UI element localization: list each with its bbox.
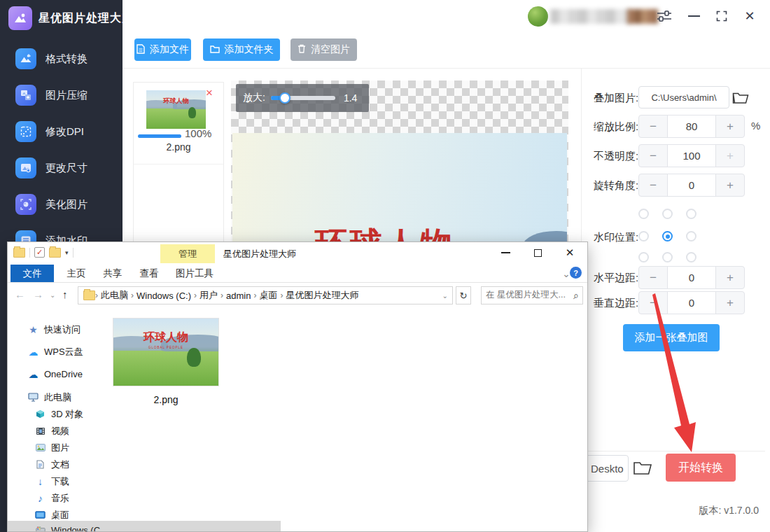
add-file-button[interactable]: 添加文件 (134, 38, 191, 61)
position-radio-0[interactable] (638, 209, 649, 219)
sidebar-item-beautify[interactable]: 美化图片 (0, 186, 122, 223)
breadcrumb[interactable]: › 此电脑 › Windows (C:) › 用户 › admin › 桌面 ›… (78, 286, 453, 304)
breadcrumb-item[interactable]: 此电脑 (101, 289, 128, 302)
tab-picture-tools[interactable]: 图片工具 (163, 265, 226, 282)
search-input[interactable] (482, 287, 568, 302)
nav-item-downloads[interactable]: ↓ 下载 (34, 473, 69, 489)
nav-label: 视频 (51, 425, 69, 438)
h-margin-minus-button[interactable]: − (639, 267, 667, 288)
sidebar-item-resize[interactable]: 更改尺寸 (0, 150, 122, 186)
rotation-value[interactable]: 0 (667, 174, 716, 196)
sidebar-item-compress[interactable]: 图片压缩 (0, 77, 122, 113)
breadcrumb-item[interactable]: 桌面 (259, 289, 277, 302)
breadcrumb-item[interactable]: 用户 (200, 289, 218, 302)
thumb-watermark-text: 环球人物 (113, 332, 218, 343)
search-icon[interactable]: ⌕ (573, 290, 579, 302)
nav-item-music[interactable]: ♪ 音乐 (34, 490, 69, 506)
clear-images-button[interactable]: 清空图片 (290, 38, 357, 61)
sidebar-item-label: 格式转换 (46, 52, 88, 66)
quick-access-toolbar: ✓ ▾ (13, 247, 74, 258)
qat-new-folder-icon[interactable] (49, 248, 61, 258)
file-thumbnail[interactable]: 环球人物 (146, 90, 206, 129)
nav-label: 下载 (51, 475, 69, 488)
position-radio-5[interactable] (686, 231, 696, 241)
fullscreen-button[interactable] (713, 8, 731, 24)
opacity-plus-button[interactable]: + (716, 145, 744, 167)
preview-canvas[interactable]: 环球人物 放大: 1.4 (231, 80, 568, 241)
close-button[interactable]: ✕ (741, 8, 759, 24)
position-radio-1[interactable] (662, 209, 673, 219)
nav-item-this-pc[interactable]: 此电脑 (27, 389, 71, 405)
position-radio-7[interactable] (662, 252, 673, 262)
rotation-plus-button[interactable]: + (716, 174, 744, 196)
browse-output-folder-icon[interactable] (633, 459, 652, 478)
position-label: 水印位置: (594, 231, 638, 244)
zoom-slider[interactable] (271, 96, 335, 100)
nav-item-quick-access[interactable]: ★ 快速访问 (27, 321, 80, 337)
sidebar-item-format-convert[interactable]: 格式转换 (0, 41, 122, 77)
nav-item-documents[interactable]: 文档 (34, 456, 69, 472)
scale-minus-button[interactable]: − (639, 115, 667, 137)
scale-plus-button[interactable]: + (716, 115, 744, 137)
nav-label: WPS云盘 (44, 346, 83, 358)
explorer-file-thumbnail[interactable]: 环球人物 GLOBAL PEOPLE (113, 318, 219, 386)
app-title: 星优图片处理大师 (38, 11, 134, 26)
account-area[interactable] (528, 6, 658, 27)
refresh-button[interactable]: ↻ (456, 286, 471, 304)
v-margin-plus-button[interactable]: + (716, 292, 744, 314)
add-overlay-button[interactable]: 添加一张叠加图 (623, 324, 720, 351)
back-icon[interactable]: ← (15, 288, 25, 300)
minimize-button[interactable] (685, 8, 703, 24)
qat-checkmark-icon[interactable]: ✓ (34, 247, 45, 258)
position-radio-2[interactable] (686, 209, 696, 219)
nav-item-wps-cloud[interactable]: ☁ WPS云盘 (27, 344, 83, 360)
qat-dropdown-icon[interactable]: ▾ (65, 249, 69, 256)
version-label: 版本: v1.7.0.0 (699, 505, 759, 517)
sidebar-item-dpi[interactable]: 修改DPI (0, 113, 122, 150)
nav-item-windows-c-selected[interactable]: Windows (C (34, 522, 100, 532)
sidebar-item-label: 修改DPI (46, 125, 84, 139)
explorer-minimize-button[interactable] (495, 244, 516, 262)
rotation-minus-button[interactable]: − (639, 174, 667, 196)
explorer-file-name[interactable]: 2.png (113, 394, 219, 405)
explorer-close-button[interactable]: ✕ (559, 244, 580, 262)
zoom-slider-thumb[interactable] (279, 92, 290, 104)
start-convert-button[interactable]: 开始转换 (666, 454, 736, 482)
explorer-maximize-button[interactable] (527, 244, 548, 262)
nav-item-onedrive[interactable]: ☁ OneDrive (27, 366, 83, 382)
v-margin-value[interactable]: 0 (667, 292, 716, 314)
nav-label: 3D 对象 (51, 408, 83, 421)
breadcrumb-item[interactable]: 星优图片处理大师 (286, 289, 358, 302)
recent-locations-chevron-icon[interactable]: ⌄ (50, 291, 55, 299)
zoom-label: 放大: (243, 92, 265, 104)
browse-overlay-folder-icon[interactable] (732, 90, 750, 107)
help-icon[interactable]: ? (570, 267, 582, 279)
breadcrumb-item[interactable]: Windows (C:) (136, 290, 191, 301)
position-radio-4-selected[interactable] (662, 231, 673, 241)
tab-file[interactable]: 文件 (10, 265, 54, 282)
remove-file-icon[interactable]: × (206, 86, 213, 100)
h-margin-plus-button[interactable]: + (716, 267, 744, 288)
opacity-minus-button[interactable]: − (639, 145, 667, 167)
v-margin-minus-button[interactable]: − (639, 292, 667, 314)
position-radio-3[interactable] (638, 231, 649, 241)
opacity-value[interactable]: 100 (667, 145, 716, 167)
nav-item-3d-objects[interactable]: 3D 对象 (34, 406, 83, 422)
forward-icon[interactable]: → (33, 288, 43, 300)
cloud-icon: ☁ (27, 369, 39, 380)
breadcrumb-item[interactable]: admin (226, 290, 251, 301)
settings-sliders-icon[interactable] (655, 8, 673, 24)
desktop-icon (34, 511, 46, 519)
overlay-image-input[interactable] (638, 86, 729, 108)
nav-item-videos[interactable]: 视频 (34, 423, 69, 439)
nav-item-desktop[interactable]: 桌面 (34, 507, 69, 523)
scale-value[interactable]: 80 (667, 115, 716, 137)
position-radio-6[interactable] (638, 252, 649, 262)
h-margin-value[interactable]: 0 (667, 267, 716, 288)
up-icon[interactable]: ↑ (62, 288, 68, 300)
nav-item-pictures[interactable]: 图片 (34, 440, 69, 456)
add-folder-button[interactable]: 添加文件夹 (203, 38, 280, 61)
address-dropdown-chevron-icon[interactable]: ⌄ (442, 292, 448, 300)
qat-folder-icon[interactable] (13, 248, 25, 258)
position-radio-8[interactable] (686, 252, 696, 262)
